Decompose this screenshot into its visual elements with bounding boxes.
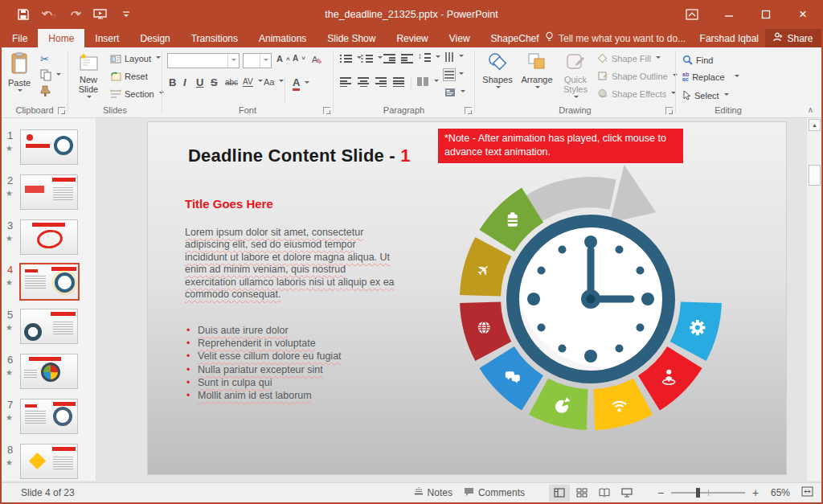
- fit-slide-icon[interactable]: [801, 486, 813, 499]
- chevron-down-icon[interactable]: [227, 54, 239, 68]
- body-paragraph[interactable]: Lorem ipsum dolor sit amet, consectetur …: [185, 227, 395, 301]
- align-text-button[interactable]: [444, 70, 464, 80]
- slideshow-view-button[interactable]: [616, 485, 637, 502]
- strikethrough-button[interactable]: S: [211, 76, 218, 88]
- text-shadow-button[interactable]: abc: [225, 78, 238, 87]
- thumbnail-slide-4[interactable]: 4★: [2, 264, 96, 304]
- shrink-font-button[interactable]: A˅: [293, 54, 305, 63]
- italic-button[interactable]: I: [183, 76, 186, 88]
- justify-button[interactable]: [393, 77, 405, 87]
- tell-me-box[interactable]: Tell me what you want to do...: [545, 29, 686, 47]
- reset-button[interactable]: Reset: [110, 72, 148, 81]
- font-color-button[interactable]: A: [293, 76, 309, 91]
- layout-button[interactable]: Layout: [110, 54, 161, 64]
- bullet-item[interactable]: Reprehenderit in voluptate: [185, 337, 418, 350]
- character-spacing-button[interactable]: AV: [243, 77, 263, 87]
- find-button[interactable]: Find: [682, 55, 713, 65]
- numbering-button[interactable]: [361, 54, 383, 64]
- notes-button[interactable]: Notes: [414, 487, 452, 498]
- shapes-button[interactable]: Shapes: [480, 50, 515, 91]
- normal-view-button[interactable]: [549, 485, 570, 502]
- zoom-slider[interactable]: [671, 492, 745, 494]
- clock-segment[interactable]: [594, 379, 653, 430]
- format-painter-button[interactable]: [40, 85, 51, 96]
- slide-1-preview[interactable]: [20, 129, 78, 165]
- slide-sorter-view-button[interactable]: [571, 485, 592, 502]
- text-direction-button[interactable]: [444, 52, 464, 62]
- start-slideshow-icon[interactable]: [93, 7, 108, 22]
- cut-button[interactable]: ✂: [40, 53, 49, 65]
- bullet-list[interactable]: Duis aute irure dolor Reprehenderit in v…: [185, 324, 418, 402]
- copy-button[interactable]: [40, 69, 61, 81]
- account-name[interactable]: Farshad Iqbal: [700, 29, 759, 47]
- thumbnail-slide-8[interactable]: 8★: [2, 444, 96, 481]
- comments-button[interactable]: Comments: [464, 487, 525, 499]
- thumbnail-slide-7[interactable]: 7★: [2, 399, 96, 439]
- align-right-button[interactable]: [375, 77, 387, 87]
- redo-icon[interactable]: [68, 7, 82, 22]
- align-left-button[interactable]: [340, 77, 352, 87]
- arrange-button[interactable]: Arrange: [518, 50, 555, 91]
- vertical-scrollbar[interactable]: ▲: [806, 118, 821, 481]
- thumbnail-slide-6[interactable]: 6★: [2, 354, 96, 394]
- quick-styles-button[interactable]: Quick Styles: [559, 50, 592, 100]
- slide-6-preview[interactable]: [20, 354, 78, 389]
- select-button[interactable]: Select: [682, 90, 729, 100]
- tab-transitions[interactable]: Transitions: [181, 29, 248, 47]
- paste-button[interactable]: Paste: [5, 50, 34, 94]
- change-case-button[interactable]: Aa: [264, 77, 284, 87]
- new-slide-button[interactable]: New Slide: [72, 50, 105, 100]
- shape-fill-button[interactable]: Shape Fill: [597, 53, 661, 64]
- zoom-percentage[interactable]: 65%: [771, 487, 790, 498]
- maximize-icon[interactable]: [747, 0, 784, 29]
- drawing-dialog-launcher[interactable]: [665, 107, 673, 114]
- tab-insert[interactable]: Insert: [84, 29, 129, 47]
- section-button[interactable]: Section: [110, 89, 164, 99]
- scrollbar-thumb[interactable]: [809, 165, 821, 186]
- shape-effects-button[interactable]: Shape Effects: [597, 88, 676, 99]
- tab-animations[interactable]: Animations: [248, 29, 317, 47]
- slide-3-preview[interactable]: [20, 219, 78, 255]
- thumbnail-slide-3[interactable]: 3★: [2, 219, 96, 260]
- thumbnail-slide-5[interactable]: 5★: [2, 309, 96, 349]
- clear-formatting-button[interactable]: A: [312, 54, 323, 64]
- tab-view[interactable]: View: [439, 29, 481, 47]
- font-size-combo[interactable]: [243, 53, 272, 68]
- thumbnail-slide-1[interactable]: 1★: [2, 129, 96, 170]
- font-dialog-launcher[interactable]: [323, 107, 330, 114]
- tab-shapechef[interactable]: ShapeChef: [481, 29, 550, 47]
- grow-font-button[interactable]: A˄: [276, 54, 290, 64]
- tab-home[interactable]: Home: [38, 29, 84, 47]
- slide-4-preview[interactable]: [19, 263, 80, 301]
- customize-qat-icon[interactable]: [119, 7, 133, 22]
- slide-8-preview[interactable]: [20, 444, 78, 479]
- slide-editing-area[interactable]: Deadline Content Slide - 1 *Note - After…: [148, 122, 786, 474]
- slide-title[interactable]: Deadline Content Slide - 1: [188, 145, 411, 166]
- undo-icon[interactable]: [42, 7, 56, 22]
- bullet-item[interactable]: Sunt in culpa qui: [185, 376, 418, 389]
- ribbon-display-options-icon[interactable]: [674, 0, 710, 29]
- columns-button[interactable]: [417, 77, 439, 87]
- bullets-button[interactable]: [340, 54, 362, 64]
- collapse-ribbon-button[interactable]: ∧: [808, 105, 813, 114]
- zoom-in-icon[interactable]: +: [751, 486, 760, 499]
- bullet-item[interactable]: Duis aute irure dolor: [185, 324, 418, 337]
- clock-infographic[interactable]: ✈: [429, 145, 759, 450]
- increase-indent-button[interactable]: [401, 54, 413, 64]
- paragraph-dialog-launcher[interactable]: [465, 107, 472, 114]
- tab-file[interactable]: File: [2, 29, 38, 47]
- minimize-icon[interactable]: [710, 0, 747, 29]
- underline-button[interactable]: U: [196, 76, 203, 88]
- share-button[interactable]: Share: [765, 29, 821, 47]
- content-heading[interactable]: Title Goes Here: [185, 197, 273, 211]
- align-center-button[interactable]: [358, 77, 370, 87]
- slide-7-preview[interactable]: [20, 399, 78, 434]
- replace-button[interactable]: Replace: [682, 72, 739, 82]
- bullet-item[interactable]: Mollit anim id est laborum: [185, 389, 418, 402]
- close-icon[interactable]: ×: [784, 0, 821, 29]
- tab-review[interactable]: Review: [386, 29, 438, 47]
- convert-smartart-button[interactable]: [444, 88, 465, 97]
- shape-outline-button[interactable]: Shape Outline: [597, 71, 678, 81]
- line-spacing-button[interactable]: [419, 53, 440, 63]
- save-icon[interactable]: [16, 7, 31, 22]
